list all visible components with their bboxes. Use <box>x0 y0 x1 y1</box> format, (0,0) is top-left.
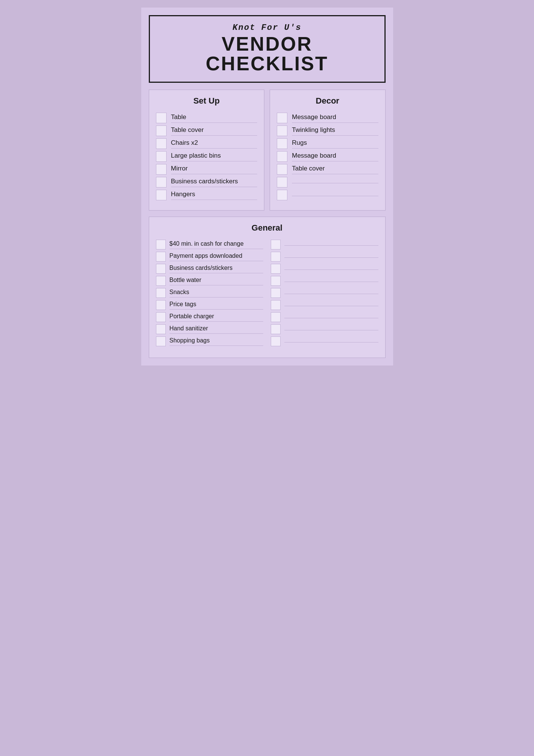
list-item: Message board <box>277 151 378 162</box>
item-label <box>284 341 378 342</box>
item-label: Business cards/stickers <box>171 178 258 187</box>
list-item: Price tags <box>156 300 264 310</box>
item-label <box>284 316 378 318</box>
page: Knot For U's VENDOR CHECKLIST Set Up Tab… <box>141 8 393 366</box>
item-label: Payment apps downloaded <box>170 253 264 261</box>
item-label: Rugs <box>292 139 378 149</box>
checkbox[interactable] <box>156 177 167 187</box>
item-label: Table cover <box>292 165 378 174</box>
general-right-col <box>271 240 378 349</box>
checkbox[interactable] <box>271 276 281 286</box>
list-item: Twinkling lights <box>277 125 378 136</box>
checkbox[interactable] <box>271 252 281 262</box>
item-label: Hangers <box>171 191 258 200</box>
checkbox[interactable] <box>156 312 166 322</box>
list-item <box>271 300 378 310</box>
setup-section: Set Up Table Table cover Chairs x2 Large… <box>149 90 265 211</box>
checkbox[interactable] <box>156 240 166 249</box>
checkbox[interactable] <box>156 125 167 136</box>
item-label: Snacks <box>170 289 264 297</box>
item-label: Shopping bags <box>170 337 264 346</box>
list-item: Large plastic bins <box>156 151 258 162</box>
checkbox[interactable] <box>156 151 167 162</box>
list-item: Snacks <box>156 288 264 298</box>
checkbox[interactable] <box>156 324 166 334</box>
checkbox[interactable] <box>277 151 287 162</box>
checkbox[interactable] <box>277 125 287 136</box>
list-item: Hand sanitizer <box>156 324 264 334</box>
item-label: Twinkling lights <box>292 126 378 136</box>
list-item: Mirror <box>156 164 258 175</box>
item-label: Hand sanitizer <box>170 325 264 334</box>
item-label: Mirror <box>171 165 258 174</box>
checkbox[interactable] <box>277 164 287 175</box>
list-item: Table cover <box>156 125 258 136</box>
list-item: Table cover <box>277 164 378 175</box>
main-title: VENDOR CHECKLIST <box>157 34 377 73</box>
item-label: Business cards/stickers <box>170 265 264 273</box>
checkbox[interactable] <box>156 190 167 200</box>
checkbox[interactable] <box>156 336 166 346</box>
checkbox[interactable] <box>156 276 166 286</box>
item-label: Message board <box>292 113 378 123</box>
setup-title: Set Up <box>156 96 258 106</box>
checkbox[interactable] <box>156 252 166 262</box>
checkbox[interactable] <box>156 113 167 123</box>
list-item <box>277 177 378 187</box>
list-item <box>271 276 378 286</box>
list-item <box>271 288 378 298</box>
checkbox[interactable] <box>271 264 281 274</box>
checkbox[interactable] <box>156 264 166 274</box>
general-section: General $40 min. in cash for change Paym… <box>149 217 386 358</box>
checkbox[interactable] <box>271 240 281 249</box>
item-label <box>284 304 378 306</box>
list-item <box>271 252 378 262</box>
checkbox[interactable] <box>271 312 281 322</box>
decor-title: Decor <box>277 96 378 106</box>
item-label: Message board <box>292 152 378 161</box>
item-label: Chairs x2 <box>171 139 258 149</box>
item-label: Price tags <box>170 301 264 310</box>
list-item: Hangers <box>156 190 258 200</box>
list-item <box>271 264 378 274</box>
list-item: Message board <box>277 113 378 123</box>
checkbox[interactable] <box>156 164 167 175</box>
item-label <box>284 268 378 270</box>
decor-list: Message board Twinkling lights Rugs Mess… <box>277 113 378 200</box>
general-grid: $40 min. in cash for change Payment apps… <box>156 240 378 349</box>
checkbox[interactable] <box>277 138 287 149</box>
item-label: $40 min. in cash for change <box>170 240 264 249</box>
checkbox[interactable] <box>271 300 281 310</box>
setup-list: Table Table cover Chairs x2 Large plasti… <box>156 113 258 200</box>
header-box: Knot For U's VENDOR CHECKLIST <box>149 15 386 83</box>
list-item <box>277 190 378 200</box>
list-item: Payment apps downloaded <box>156 252 264 262</box>
checkbox[interactable] <box>156 300 166 310</box>
list-item <box>271 336 378 346</box>
item-label <box>284 328 378 330</box>
two-col-section: Set Up Table Table cover Chairs x2 Large… <box>149 90 386 211</box>
checkbox[interactable] <box>271 288 281 298</box>
item-label: Table cover <box>171 126 258 136</box>
decor-section: Decor Message board Twinkling lights Rug… <box>270 90 386 211</box>
item-label <box>284 280 378 282</box>
checkbox[interactable] <box>156 138 167 149</box>
checkbox[interactable] <box>277 190 287 200</box>
checkbox[interactable] <box>156 288 166 298</box>
list-item: Portable charger <box>156 312 264 322</box>
checkbox[interactable] <box>271 336 281 346</box>
checkbox[interactable] <box>271 324 281 334</box>
general-left-col: $40 min. in cash for change Payment apps… <box>156 240 264 349</box>
item-label: Portable charger <box>170 313 264 322</box>
item-label: Large plastic bins <box>171 152 258 161</box>
item-label <box>284 292 378 294</box>
list-item <box>271 312 378 322</box>
item-label <box>284 244 378 246</box>
list-item <box>271 324 378 334</box>
checkbox[interactable] <box>277 113 287 123</box>
list-item <box>271 240 378 249</box>
general-title: General <box>156 223 378 233</box>
list-item: Bottle water <box>156 276 264 286</box>
checkbox[interactable] <box>277 177 287 187</box>
item-label <box>284 256 378 258</box>
